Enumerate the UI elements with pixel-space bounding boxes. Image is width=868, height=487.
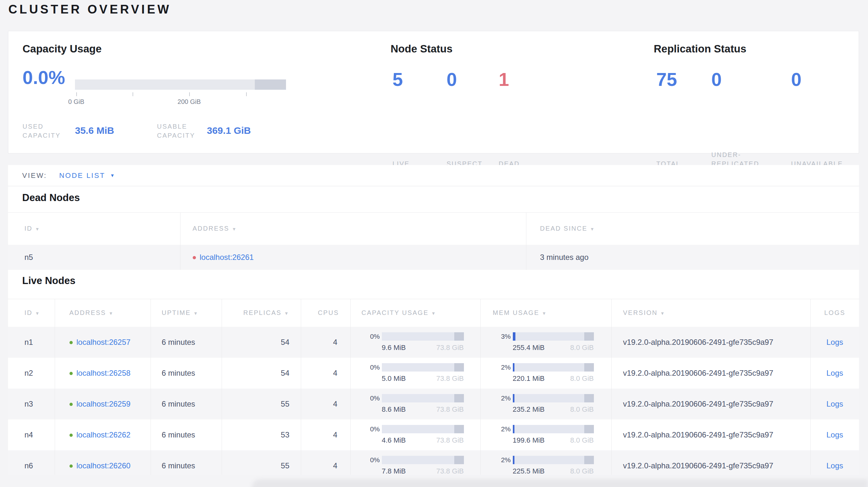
live-node-status-icon [69, 464, 73, 468]
memory-usage-cell: 3%255.4 MiB8.0 GiB [480, 327, 611, 358]
axis-tick [189, 92, 190, 96]
column-header-id[interactable]: ID▼ [8, 213, 180, 245]
memory-usage-cell: 2%235.2 MiB8.0 GiB [480, 389, 611, 419]
axis-tick [132, 92, 133, 96]
logs-link[interactable]: Logs [827, 369, 843, 377]
node-id-cell: n6 [8, 450, 55, 475]
capacity-usage-percent: 0% [361, 363, 380, 371]
column-header-cpus: CPUS [301, 299, 350, 327]
memory-usage-percent: 2% [492, 425, 511, 433]
logs-cell: Logs [810, 419, 859, 450]
capacity-usage-percent: 0% [361, 394, 380, 402]
memory-total-value: 8.0 GiB [570, 405, 594, 414]
sort-descending-icon: ▼ [109, 311, 114, 316]
column-header-capacity-usage[interactable]: CAPACITY USAGE▼ [350, 299, 480, 327]
logs-link[interactable]: Logs [827, 399, 843, 408]
sort-descending-icon: ▼ [193, 311, 198, 316]
capacity-usage-cell: 0%4.6 MiB73.8 GiB [350, 419, 480, 450]
cpus-cell: 4 [301, 327, 350, 358]
replication-stat: 0UNDER-REPLICATEDRANGES [711, 69, 785, 90]
memory-total-value: 8.0 GiB [570, 467, 594, 475]
memory-usage-bar-fill [513, 363, 515, 371]
column-header-version[interactable]: VERSION▼ [611, 299, 810, 327]
version-cell: v19.2.0-alpha.20190606-2491-gfe735c9a97 [611, 358, 810, 389]
node-address-cell: localhost:26262 [55, 419, 151, 450]
node-status-stat-value: 1 [499, 69, 573, 90]
column-header-address[interactable]: ADDRESS▼ [55, 299, 151, 327]
node-address-link[interactable]: localhost:26259 [76, 399, 131, 408]
logs-link[interactable]: Logs [827, 338, 843, 347]
logs-link[interactable]: Logs [827, 430, 843, 439]
replicas-cell: 55 [222, 389, 301, 419]
column-header-uptime[interactable]: UPTIME▼ [151, 299, 222, 327]
node-address-link[interactable]: localhost:26262 [76, 430, 131, 439]
capacity-total-value: 73.8 GiB [436, 405, 464, 414]
uptime-cell: 6 minutes [151, 389, 222, 419]
view-dropdown[interactable]: NODE LIST ▾ [59, 171, 115, 180]
cpus-cell: 4 [301, 450, 350, 475]
sort-descending-icon: ▼ [590, 226, 595, 232]
replication-stat-value: 0 [711, 69, 785, 90]
capacity-usage-bar-cap [454, 425, 464, 433]
replication-status-title: Replication Status [654, 43, 746, 55]
node-address-link[interactable]: localhost:26260 [76, 461, 131, 470]
column-header-dead-since[interactable]: DEAD SINCE▼ [526, 213, 859, 245]
version-cell: v19.2.0-alpha.20190606-2491-gfe735c9a97 [611, 389, 810, 419]
memory-total-value: 8.0 GiB [570, 436, 594, 445]
node-address-cell: localhost:26261 [180, 245, 526, 270]
capacity-total-value: 73.8 GiB [436, 467, 464, 475]
live-node-row: n6localhost:262606 minutes5540%7.8 MiB73… [8, 450, 859, 475]
capacity-usage-percent: 0% [361, 456, 380, 464]
logs-cell: Logs [810, 450, 859, 475]
capacity-usage-percent: 0% [361, 425, 380, 433]
capacity-usage-percent: 0% [361, 332, 380, 340]
sort-descending-icon: ▼ [542, 311, 547, 316]
page-title: CLUSTER OVERVIEW [8, 3, 171, 17]
view-dropdown-value: NODE LIST [59, 171, 105, 180]
memory-usage-bar-cap [584, 394, 594, 402]
dead-nodes-table: ID▼ADDRESS▼DEAD SINCE▼ n5localhost:26261… [8, 212, 859, 270]
logs-link[interactable]: Logs [827, 461, 843, 470]
capacity-used-value: 4.6 MiB [382, 436, 406, 445]
logs-cell: Logs [810, 327, 859, 358]
capacity-used-value: 8.6 MiB [382, 405, 406, 414]
capacity-usage-bar [382, 332, 464, 340]
uptime-cell: 6 minutes [151, 358, 222, 389]
memory-total-value: 8.0 GiB [570, 344, 594, 352]
column-header-address[interactable]: ADDRESS▼ [180, 213, 526, 245]
dead-node-row: n5localhost:262613 minutes ago [8, 245, 859, 270]
node-id-cell: n1 [8, 327, 55, 358]
view-label: VIEW: [22, 171, 47, 180]
capacity-usage-bar [75, 79, 286, 90]
replicas-cell: 55 [222, 450, 301, 475]
column-header-id[interactable]: ID▼ [8, 299, 55, 327]
node-address-link[interactable]: localhost:26261 [200, 253, 254, 261]
live-node-status-icon [69, 372, 73, 375]
memory-usage-bar [513, 425, 594, 433]
sort-descending-icon: ▼ [35, 226, 40, 232]
logs-cell: Logs [810, 358, 859, 389]
memory-usage-bar-cap [584, 456, 594, 464]
live-node-row: n2localhost:262586 minutes5440%5.0 MiB73… [8, 358, 859, 389]
column-header-replicas[interactable]: REPLICAS▼ [222, 299, 301, 327]
view-selector-bar: VIEW: NODE LIST ▾ [8, 165, 859, 186]
replicas-cell: 54 [222, 358, 301, 389]
memory-total-value: 8.0 GiB [570, 375, 594, 383]
version-cell: v19.2.0-alpha.20190606-2491-gfe735c9a97 [611, 450, 810, 475]
node-address-link[interactable]: localhost:26258 [76, 369, 131, 377]
dead-nodes-heading: Dead Nodes [22, 192, 80, 204]
memory-usage-bar-cap [584, 425, 594, 433]
node-address-link[interactable]: localhost:26257 [76, 338, 131, 347]
live-node-status-icon [69, 341, 73, 344]
memory-used-value: 220.1 MiB [513, 375, 545, 383]
capacity-usage-bar-cap [454, 456, 464, 464]
capacity-used-percent: 0.0% [23, 67, 65, 88]
used-capacity-label: USED CAPACITY [23, 122, 74, 140]
memory-usage-cell: 2%199.6 MiB8.0 GiB [480, 419, 611, 450]
column-header-mem-usage[interactable]: MEM USAGE▼ [480, 299, 611, 327]
sort-descending-icon: ▼ [284, 311, 289, 316]
replicas-cell: 54 [222, 327, 301, 358]
live-node-row: n3localhost:262596 minutes5540%8.6 MiB73… [8, 389, 859, 419]
memory-usage-bar [513, 332, 594, 340]
live-nodes-header-row: ID▼ADDRESS▼UPTIME▼REPLICAS▼CPUSCAPACITY … [8, 299, 859, 327]
